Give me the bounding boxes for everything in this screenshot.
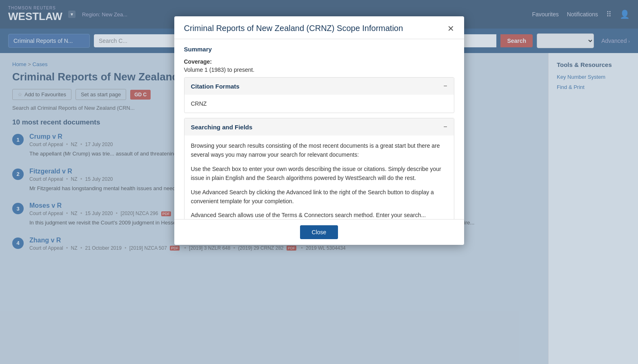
modal-coverage-text: Volume 1 (1983) to present.: [184, 67, 454, 73]
modal-close-btn[interactable]: Close: [300, 225, 338, 239]
citation-value: CRNZ: [191, 100, 207, 107]
modal-summary-label: Summary: [184, 46, 454, 53]
modal-footer: Close: [174, 219, 464, 245]
modal-paragraph-1: Browsing your search results consisting …: [191, 141, 447, 160]
modal: Criminal Reports of New Zealand (CRNZ) S…: [174, 16, 464, 245]
searching-fields-accordion[interactable]: Searching and Fields − Browsing your sea…: [184, 118, 454, 219]
citation-collapse-icon: −: [443, 82, 447, 90]
modal-paragraph-4: Advanced Search allows use of the Terms …: [191, 211, 447, 219]
modal-coverage-label: Coverage:: [184, 58, 454, 65]
modal-paragraph-3: Use Advanced Search by clicking the Adva…: [191, 188, 447, 206]
citation-formats-title: Citation Formats: [191, 83, 240, 90]
modal-close-button[interactable]: ✕: [447, 24, 454, 33]
citation-formats-accordion[interactable]: Citation Formats − CRNZ: [184, 77, 454, 113]
searching-collapse-icon: −: [443, 123, 447, 131]
searching-fields-title: Searching and Fields: [191, 124, 253, 131]
modal-title: Criminal Reports of New Zealand (CRNZ) S…: [184, 24, 403, 33]
modal-header: Criminal Reports of New Zealand (CRNZ) S…: [174, 16, 464, 39]
modal-paragraph-2: Use the Search box to enter your own wor…: [191, 164, 447, 183]
